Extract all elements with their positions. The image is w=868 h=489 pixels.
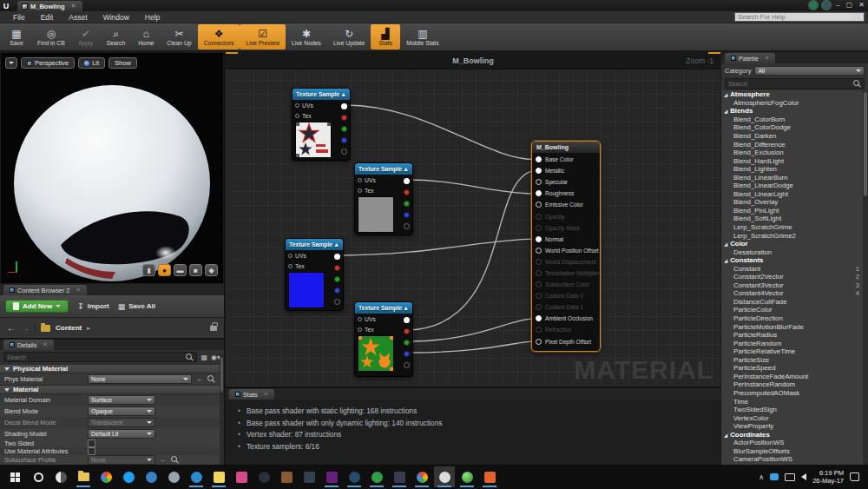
pin-icon[interactable]	[536, 281, 542, 287]
palette-item[interactable]: PrecomputedAOMask	[721, 389, 863, 398]
material-input-pin[interactable]: Emissive Color	[532, 199, 600, 210]
save-all-button[interactable]: ▦ Save All	[118, 302, 155, 311]
uvs-pin[interactable]	[358, 317, 362, 321]
taskbar-app-icon[interactable]	[457, 466, 477, 487]
pin-icon[interactable]	[536, 202, 542, 208]
material-input-pin[interactable]: Subsurface Color	[532, 279, 600, 290]
palette-item[interactable]: ViewProperty	[721, 422, 863, 431]
g-output-pin[interactable]	[341, 126, 347, 132]
pin-icon[interactable]	[536, 315, 542, 321]
pin-icon[interactable]	[536, 259, 542, 265]
taskbar-app-icon[interactable]	[95, 466, 116, 487]
taskbar-app-icon[interactable]	[389, 466, 410, 487]
palette-item[interactable]: Blend_Lighten	[721, 165, 863, 174]
palette-item[interactable]: Color	[721, 240, 863, 248]
rgb-output-pin[interactable]	[341, 103, 347, 109]
reset-arrow-icon[interactable]: ←	[160, 456, 167, 464]
palette-item[interactable]: Blend_Difference	[721, 140, 863, 149]
pin-icon[interactable]	[536, 293, 542, 299]
details-scrollbar[interactable]	[220, 354, 224, 465]
collapse-icon[interactable]: ▲	[333, 241, 339, 248]
palette-item[interactable]: ParticleSize	[721, 356, 863, 365]
plane-shape-button[interactable]: ▬	[174, 264, 187, 276]
r-output-pin[interactable]	[341, 115, 347, 121]
uvs-pin[interactable]	[358, 178, 362, 182]
recorder-overlay-icon[interactable]	[810, 2, 817, 9]
palette-item[interactable]: AtmosphericFogColor	[721, 99, 863, 108]
material-input-pin[interactable]: Ambient Occlusion	[532, 313, 600, 324]
back-button[interactable]: ←	[7, 323, 16, 333]
toolbar-button[interactable]: ❖ Connectors	[198, 24, 240, 50]
g-output-pin[interactable]	[404, 201, 410, 207]
toolbar-button[interactable]: ⌂ Home	[131, 24, 161, 50]
perspective-button[interactable]: Perspective	[21, 57, 75, 69]
toolbar-button[interactable]: ⌕ Search	[101, 24, 132, 50]
rgb-output-pin[interactable]	[334, 254, 340, 260]
action-center-icon[interactable]	[850, 472, 859, 481]
palette-item[interactable]: Lerp_ScratchGrime2	[721, 231, 863, 240]
palette-item[interactable]: Coordinates	[721, 430, 863, 439]
palette-search-box[interactable]	[725, 78, 865, 89]
palette-item[interactable]: VertexColor	[721, 413, 863, 422]
pin-icon[interactable]	[536, 190, 542, 196]
material-input-pin[interactable]: Normal	[532, 234, 600, 245]
palette-search-input[interactable]	[728, 81, 849, 87]
menu-item[interactable]: Edit	[33, 13, 62, 22]
r-output-pin[interactable]	[404, 328, 410, 334]
close-tab-icon[interactable]: ✕	[71, 3, 76, 10]
toolbar-button[interactable]: ▦ Save	[2, 24, 31, 50]
custom-mesh-button[interactable]: ◆	[205, 264, 218, 276]
g-output-pin[interactable]	[404, 340, 410, 346]
a-output-pin[interactable]	[341, 149, 347, 155]
palette-item[interactable]: Constants	[721, 256, 863, 265]
material-input-pin[interactable]: Metallic	[532, 165, 600, 176]
material-input-pin[interactable]: Base Color	[532, 154, 600, 165]
content-browser-tab[interactable]: Content Browser 2 ✕	[3, 285, 87, 295]
toolbar-button[interactable]: ☑ Live Preview	[240, 24, 286, 50]
onedrive-icon[interactable]	[770, 473, 779, 480]
preview-viewport[interactable]: Perspective Lit Show	[0, 52, 224, 284]
palette-scrollbar[interactable]	[863, 90, 868, 465]
palette-item[interactable]: Blend_ColorDodge	[721, 123, 863, 132]
palette-item[interactable]: TwoSidedSign	[721, 406, 863, 414]
viewport-options-button[interactable]	[5, 57, 17, 69]
uvs-pin[interactable]	[295, 103, 299, 108]
material-output-node[interactable]: M_Bowling Base Color Metallic	[531, 141, 601, 352]
toolbar-button[interactable]: ✂ Clean Up	[161, 24, 197, 50]
palette-item[interactable]: Desaturation	[721, 248, 863, 256]
maximize-button[interactable]: ▢	[846, 1, 853, 9]
minimize-button[interactable]: –	[836, 1, 839, 9]
collapse-icon[interactable]: ▲	[340, 91, 346, 97]
material-input-pin[interactable]: Opacity Mask	[532, 222, 600, 234]
overlay-gem-icon[interactable]	[823, 2, 830, 9]
browse-icon[interactable]	[207, 375, 215, 383]
b-output-pin[interactable]	[404, 212, 410, 218]
taskbar-app-icon[interactable]	[163, 466, 184, 487]
property-dropdown[interactable]: Default Lit	[88, 429, 155, 439]
reset-arrow-icon[interactable]: ←	[196, 375, 203, 383]
property-dropdown[interactable]: Surface	[88, 395, 155, 405]
taskbar-app-icon[interactable]	[434, 466, 455, 487]
a-output-pin[interactable]	[404, 223, 410, 229]
pin-icon[interactable]	[536, 225, 542, 231]
material-input-pin[interactable]: Custom Data 0	[532, 290, 600, 301]
palette-item[interactable]: Blend_Exclusion	[721, 149, 863, 157]
palette-item[interactable]: Blend_ColorBurn	[721, 116, 863, 124]
taskbar-app-icon[interactable]	[28, 466, 49, 487]
palette-item[interactable]: Constant2Vector 2	[721, 273, 863, 281]
tex-pin[interactable]	[358, 188, 362, 193]
palette-item[interactable]: Blend_PinLight	[721, 207, 863, 215]
pin-icon[interactable]	[536, 248, 542, 254]
property-dropdown[interactable]: Translucent	[88, 418, 155, 427]
taskbar-app-icon[interactable]	[186, 466, 207, 487]
taskbar-app-icon[interactable]	[208, 466, 229, 487]
palette-item[interactable]: Blend_HardLight	[721, 156, 863, 165]
palette-item[interactable]: Blend_LinearDodge	[721, 182, 863, 190]
toolbar-button[interactable]: ✔ Apply	[71, 24, 101, 50]
clock[interactable]: 6:19 PM 26-May-17	[812, 469, 844, 485]
material-input-pin[interactable]: Specular	[532, 176, 600, 188]
two-sided-checkbox[interactable]	[88, 439, 95, 447]
details-search-input[interactable]	[7, 354, 181, 360]
palette-item[interactable]: ParticleRelativeTime	[721, 347, 863, 356]
menu-item[interactable]: File	[5, 13, 33, 22]
